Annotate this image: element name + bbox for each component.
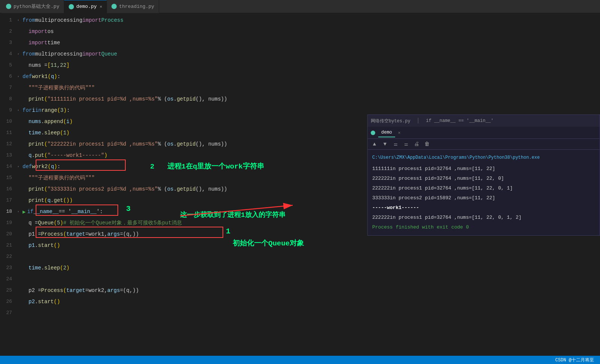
token: import bbox=[29, 29, 47, 35]
tab-demo[interactable]: demo.py ✕ bbox=[64, 0, 107, 13]
fold-arrow-6[interactable]: ▾ bbox=[18, 74, 21, 80]
token: "333333in process2 pid=%d ,nums=%s" bbox=[47, 186, 158, 192]
token: print bbox=[29, 96, 44, 102]
token: work2 bbox=[32, 164, 48, 170]
token: i bbox=[32, 107, 35, 113]
token: ()) bbox=[63, 197, 72, 203]
line-number-16: 16 bbox=[0, 184, 15, 195]
token: 22 bbox=[60, 62, 66, 68]
token: ': bbox=[96, 209, 103, 215]
delete-btn[interactable]: 🗑 bbox=[423, 140, 431, 148]
token: % ( bbox=[158, 186, 167, 192]
tab-label-pythonbase: python基础大全.py bbox=[14, 3, 59, 10]
token: time bbox=[29, 130, 41, 136]
token: def bbox=[23, 74, 32, 80]
token: . bbox=[174, 186, 177, 192]
token: == ' bbox=[59, 209, 71, 215]
tab-icon-pythonbase bbox=[6, 4, 11, 9]
line-number-24: 24 bbox=[0, 274, 15, 285]
line-number-1: 1 bbox=[0, 15, 15, 26]
token: , bbox=[57, 62, 60, 68]
token: ( bbox=[48, 74, 51, 80]
token: """子进程要执行的代码""" bbox=[29, 174, 95, 181]
token: ( bbox=[44, 152, 47, 158]
line-number-21: 21 bbox=[0, 240, 15, 251]
token: append bbox=[44, 119, 63, 125]
token: Queue bbox=[38, 220, 54, 226]
code-line-25: p2 = Process(target=work2, args=(q,)) bbox=[18, 285, 600, 296]
token: args bbox=[107, 287, 120, 293]
output-line-1: 111111in process1 pid=32764 ,nums=[11, 2… bbox=[372, 164, 595, 174]
tab-close-demo[interactable]: ✕ bbox=[100, 4, 102, 9]
output-tab-demo-label[interactable]: demo bbox=[378, 128, 395, 137]
token: target bbox=[66, 231, 85, 237]
print-btn[interactable]: 🖨 bbox=[413, 140, 420, 148]
fold-arrow-4[interactable]: ▾ bbox=[18, 51, 21, 57]
token: from bbox=[23, 17, 35, 23]
token: get bbox=[54, 197, 63, 203]
line-number-6: 6 bbox=[0, 71, 15, 82]
token: Process bbox=[101, 17, 123, 23]
token: ( bbox=[57, 107, 60, 113]
token: ( bbox=[44, 186, 47, 192]
token: nums = bbox=[29, 62, 47, 68]
code-line-27 bbox=[18, 307, 600, 319]
code-line-22 bbox=[18, 251, 600, 262]
line-number-27: 27 bbox=[0, 307, 15, 319]
line-number-22: 22 bbox=[0, 251, 15, 262]
output-line-4: 333333in process2 pid=15892 ,nums=[11, 2… bbox=[372, 193, 595, 203]
line-number-11: 11 bbox=[0, 127, 15, 138]
token: "111111in process1 pid=%d ,nums=%s" bbox=[47, 96, 158, 102]
tab-icon-threading bbox=[111, 4, 117, 9]
output-toolbar: ▲ ▼ ⚌ ⚌ 🖨 🗑 bbox=[368, 139, 600, 150]
token: ) bbox=[66, 265, 69, 271]
tab-threading[interactable]: threading.py bbox=[107, 0, 159, 13]
code-line-2: import os bbox=[18, 26, 600, 37]
output-tab-demo-close[interactable]: ✕ bbox=[398, 130, 401, 135]
token: . bbox=[51, 197, 54, 203]
code-line-21: p1.start() bbox=[18, 240, 600, 251]
token: . bbox=[41, 119, 44, 125]
token: multiprocessing bbox=[35, 17, 83, 23]
token: : bbox=[67, 107, 70, 113]
fold-arrow-9[interactable]: ▾ bbox=[18, 108, 21, 113]
code-line-3: import time bbox=[18, 37, 600, 48]
line-number-15: 15 bbox=[0, 172, 15, 184]
fold-arrow-14[interactable]: ▾ bbox=[18, 164, 21, 170]
token: p1 = bbox=[29, 231, 41, 237]
fold-arrow-18[interactable]: ▾ bbox=[18, 209, 21, 215]
code-line-7: """子进程要执行的代码""" bbox=[18, 82, 600, 93]
align-btn[interactable]: ⚌ bbox=[392, 140, 399, 148]
line-number-19: 19 bbox=[0, 217, 15, 229]
tab-label-demo: demo.py bbox=[76, 4, 97, 9]
line-number-23: 23 bbox=[0, 262, 15, 274]
fold-arrow-1[interactable]: ▾ bbox=[18, 18, 21, 23]
align-btn2[interactable]: ⚌ bbox=[402, 140, 410, 148]
token: "222222in process1 pid=%d ,nums=%s" bbox=[47, 141, 158, 147]
line-number-13: 13 bbox=[0, 150, 15, 161]
line-number-9: 9 bbox=[0, 105, 15, 116]
token: i bbox=[66, 119, 69, 125]
token: if bbox=[27, 209, 33, 215]
token: Process bbox=[41, 287, 63, 293]
token: ] bbox=[66, 62, 69, 68]
token: os bbox=[167, 141, 174, 147]
output-tab-bar2: demo ✕ bbox=[368, 127, 600, 139]
token: ) bbox=[54, 164, 57, 170]
editor-container: 1234567891011121314151617181920212223242… bbox=[0, 13, 600, 364]
scroll-down-btn[interactable]: ▼ bbox=[381, 140, 389, 148]
tab-pythonbase[interactable]: python基础大全.py bbox=[2, 0, 64, 13]
scroll-up-btn[interactable]: ▲ bbox=[371, 140, 378, 148]
token: sleep bbox=[44, 265, 60, 271]
token: ( bbox=[44, 141, 47, 147]
token: print bbox=[29, 197, 44, 203]
token: Process bbox=[41, 231, 63, 237]
line-number-20: 20 bbox=[0, 229, 15, 240]
token: start bbox=[38, 242, 54, 248]
line-number-12: 12 bbox=[0, 138, 15, 150]
token: () bbox=[54, 242, 60, 248]
output-line-5: 222222in process1 pid=32764 ,nums=[11, 2… bbox=[372, 213, 595, 223]
line-number-8: 8 bbox=[0, 93, 15, 105]
token: 5 bbox=[57, 220, 60, 226]
token: p1 bbox=[29, 242, 35, 248]
